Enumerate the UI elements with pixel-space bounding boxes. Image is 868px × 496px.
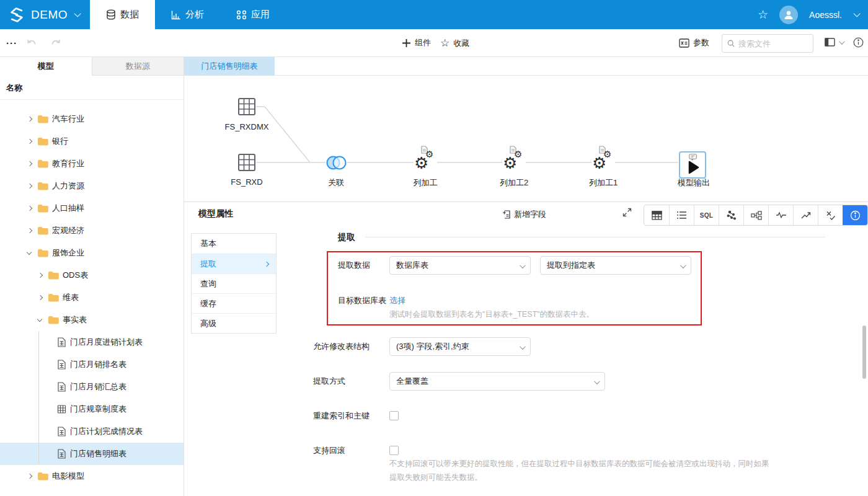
relation-view-button[interactable] [743, 205, 768, 225]
chevron-right-icon [38, 295, 43, 300]
tree-item-population[interactable]: 人口抽样 [0, 197, 184, 219]
redo-button[interactable] [50, 37, 61, 48]
undo-button[interactable] [26, 37, 38, 48]
column-process-node[interactable]: ⚙ ⚙ [592, 151, 614, 174]
tree-item-plan-completion-table[interactable]: 门店计划完成情况表 [0, 420, 184, 443]
nav-tab-apps[interactable]: 应用 [220, 0, 286, 29]
tree-item-auto-industry[interactable]: 汽车行业 [0, 108, 184, 130]
tree-item-bank[interactable]: 银行 [0, 130, 184, 153]
tree-item-monthly-rank-table[interactable]: 门店月销排名表 [0, 353, 184, 376]
file-search-box [722, 34, 813, 53]
sidebar-tab-model[interactable]: 模型 [0, 57, 92, 76]
view-switcher-button[interactable] [825, 38, 843, 46]
expand-panel-button[interactable] [622, 208, 632, 217]
favorite-button[interactable]: ☆ 收藏 [440, 37, 469, 50]
list-view-button[interactable] [669, 205, 694, 225]
allow-modify-select[interactable]: (3项) 字段,索引,约束 [389, 337, 531, 356]
target-table-label: 目标数据库表 [338, 295, 386, 306]
table-view-button[interactable] [644, 205, 669, 225]
user-menu-chevron-icon[interactable] [853, 10, 860, 17]
choose-table-link[interactable]: 选择 [389, 295, 405, 306]
menu-item-advanced[interactable]: 高级 [192, 313, 276, 333]
tree-item-dim-tables[interactable]: 维表 [0, 286, 184, 309]
editor-toolbar: ··· 组件 ☆ 收藏 参数 [0, 29, 868, 57]
vertical-scrollbar[interactable] [862, 326, 866, 379]
rollback-label: 支持回滚 [313, 441, 345, 460]
nav-tab-apps-label: 应用 [251, 9, 270, 20]
allow-modify-value: (3项) 字段,索引,约束 [396, 341, 469, 352]
validate-view-button[interactable] [818, 205, 843, 225]
tree-item-hr[interactable]: 人力资源 [0, 175, 184, 197]
expand-icon [622, 208, 632, 217]
lineage-view-button[interactable] [719, 205, 743, 225]
file-search-input[interactable] [738, 39, 808, 48]
extract-data-label: 提取数据 [338, 256, 370, 275]
plain-table-icon [57, 404, 66, 414]
chevron-down-icon [839, 38, 845, 45]
node-label-fs-rxd: FS_RXD [231, 177, 262, 187]
tree-item-rules-table[interactable]: 门店规章制度表 [0, 398, 184, 420]
menu-item-extract[interactable]: 提取 [192, 254, 276, 273]
column-process-node[interactable]: ⚙ ⚙ [414, 151, 436, 174]
target-table-hint: 测试时会提取数据到表名为"目标表+_TEST"的数据表中去。 [389, 308, 699, 321]
join-node-icon[interactable] [325, 154, 348, 171]
nav-tab-analysis-label: 分析 [185, 9, 204, 20]
sql-view-button[interactable]: SQL [694, 205, 719, 225]
nav-tab-data-label: 数据 [120, 9, 139, 20]
model-properties-panel: 模型属性 新增字段 SQL [184, 202, 868, 496]
nav-tab-data[interactable]: 数据 [90, 0, 155, 29]
add-field-button[interactable]: 新增字段 [502, 209, 546, 220]
extract-data-select[interactable]: 数据库表 [389, 256, 531, 275]
more-menu-button[interactable]: ··· [6, 38, 17, 48]
user-name: Aoesssl. [809, 10, 842, 20]
add-field-label: 新增字段 [514, 209, 546, 220]
add-component-button[interactable]: 组件 [402, 37, 431, 48]
model-output-node[interactable] [679, 151, 706, 179]
tree-item-apparel[interactable]: 服饰企业 [0, 242, 184, 264]
tree-item-ods[interactable]: ODS表 [0, 264, 184, 286]
chevron-right-icon [27, 228, 32, 233]
info-button[interactable] [853, 37, 864, 48]
menu-item-basic[interactable]: 基本 [192, 234, 276, 254]
extract-target-select[interactable]: 提取到指定表 [540, 256, 691, 275]
chevron-right-icon [38, 273, 43, 278]
star-outline-icon: ☆ [440, 37, 450, 50]
tree-item-macro-economy[interactable]: 宏观经济 [0, 219, 184, 242]
trend-view-button[interactable] [793, 205, 818, 225]
monitor-view-button[interactable] [768, 205, 793, 225]
nav-tab-analysis[interactable]: 分析 [155, 0, 220, 29]
document-tab[interactable]: 门店销售明细表 [184, 57, 275, 76]
tree-item-fact-tables[interactable]: 事实表 [0, 309, 184, 331]
menu-item-cache[interactable]: 缓存 [192, 293, 276, 313]
tree-item-movie-model[interactable]: 电影模型 [0, 465, 184, 487]
database-icon [106, 9, 116, 20]
rollback-checkbox[interactable] [389, 446, 399, 455]
favorite-star-icon[interactable]: ☆ [758, 7, 768, 22]
flow-canvas[interactable]: FS_RXDMX FS_RXD 关联 ⚙ ⚙ 列加工 ⚙ ⚙ 列加工2 ⚙ [184, 76, 868, 202]
tree-item-monthly-summary-table[interactable]: 门店月销汇总表 [0, 376, 184, 398]
sidebar-tab-datasource[interactable]: 数据源 [92, 57, 184, 76]
tree-item-sales-detail-table[interactable]: 门店销售明细表 [0, 443, 184, 465]
view-toolbar: SQL [644, 205, 868, 226]
favorite-label: 收藏 [453, 38, 469, 49]
column-process-node[interactable]: ⚙ ⚙ [503, 151, 525, 174]
extract-target-value: 提取到指定表 [547, 260, 595, 271]
search-icon [727, 39, 735, 48]
table-node-icon[interactable] [237, 153, 256, 172]
bar-chart-icon [171, 10, 181, 20]
info-view-button[interactable] [843, 205, 867, 225]
workspace-switcher[interactable]: DEMO [0, 0, 90, 29]
sql-label: SQL [700, 212, 713, 219]
allow-modify-label: 允许修改表结构 [313, 337, 370, 356]
rebuild-index-checkbox[interactable] [389, 411, 399, 420]
tree-item-monthly-plan-table[interactable]: 门店月度进销计划表 [0, 331, 184, 353]
table-node-icon[interactable] [237, 97, 256, 116]
play-icon [688, 161, 700, 174]
menu-item-query[interactable]: 查询 [192, 273, 276, 293]
user-avatar[interactable] [779, 6, 798, 24]
tree-item-education[interactable]: 教育行业 [0, 153, 184, 175]
params-button[interactable]: 参数 [679, 37, 709, 48]
add-field-icon [502, 210, 510, 219]
extract-mode-select[interactable]: 全量覆盖 [389, 372, 605, 391]
folder-icon [37, 159, 48, 168]
